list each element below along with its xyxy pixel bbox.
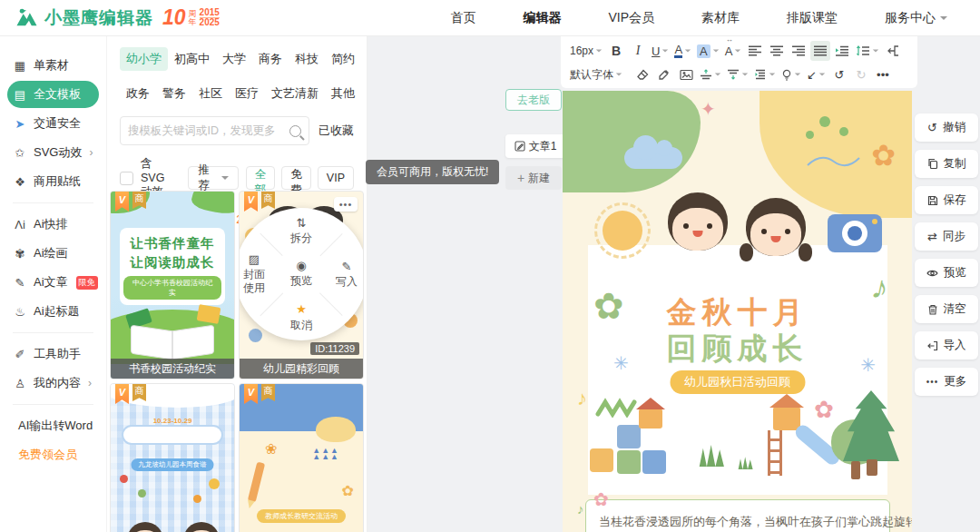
search-input[interactable] [128, 124, 289, 137]
category-tab[interactable]: 社区 [192, 82, 229, 105]
favorites-link[interactable]: 已收藏 [318, 123, 354, 139]
copy-action-button[interactable]: 复制 [915, 150, 978, 178]
align-right-button[interactable] [789, 41, 808, 61]
sidebar-item-ai-paint[interactable]: ✾Ai绘画 [7, 240, 99, 267]
chevron-down-icon [662, 49, 668, 52]
align-center-button[interactable] [767, 41, 787, 61]
sidebar-item-free-vip[interactable]: 免费领会员 [7, 441, 99, 468]
filter-chip[interactable]: 免费 [281, 166, 311, 190]
star-icon: ✩ [13, 146, 27, 160]
sidebar-item-my-content[interactable]: ♙我的内容› [7, 369, 99, 397]
filter-chip[interactable]: 全部 [246, 166, 276, 190]
font-color-dropdown[interactable]: A [672, 41, 693, 61]
tools-icon: ✐ [13, 348, 27, 361]
sidebar-item-svg-effects[interactable]: ✩SVG动效› [7, 139, 99, 166]
template-card-reading[interactable]: V 商 让书香伴童年 让阅读助成长 中心小学书香校园活动纪实 [110, 191, 235, 379]
font-size-dropdown[interactable]: 16px [568, 41, 604, 61]
template-card-kindergarten[interactable]: V 商 ••• ⇅拆分 ▨封面使用 ✎写入 [239, 191, 364, 379]
category-tab[interactable]: 科技 [289, 47, 325, 71]
undo-action-button[interactable]: ↺撤销 [915, 113, 978, 142]
nav-item[interactable]: 排版课堂 [787, 10, 838, 26]
underline-dropdown[interactable]: U [650, 41, 671, 61]
article-tab[interactable]: 文章1 [505, 134, 565, 158]
sidebar-item-ai-layout[interactable]: ΛiAi快排 [7, 211, 99, 238]
yellow-blob-decoration [316, 417, 356, 442]
girl-decoration [125, 522, 165, 532]
align-justify-button[interactable] [810, 41, 830, 61]
poster-subtitle-pill[interactable]: 幼儿园秋日活动回顾 [670, 370, 805, 394]
undo-button[interactable]: ↺ [829, 64, 849, 84]
chevron-down-icon [769, 73, 775, 75]
clear-format-button[interactable] [632, 64, 652, 84]
category-tab[interactable]: 大学 [216, 47, 252, 71]
nav-item[interactable]: 服务中心 [885, 10, 947, 26]
paragraph-spacing-dropdown[interactable] [752, 64, 778, 84]
menu-cancel-button[interactable]: ★取消 [290, 302, 312, 331]
margin-collapse-button[interactable] [883, 41, 903, 61]
category-tab[interactable]: 文艺清新 [265, 82, 325, 105]
category-tab[interactable]: 政务 [120, 82, 156, 105]
font-family-dropdown[interactable]: 默认字体 [568, 64, 624, 84]
filter-chip[interactable]: VIP [318, 166, 354, 190]
category-tab[interactable]: 医疗 [229, 82, 265, 105]
search-icon[interactable] [289, 125, 301, 137]
go-old-version-button[interactable]: 去老版 [505, 89, 562, 111]
menu-cover-use-button[interactable]: ▨封面使用 [243, 252, 265, 295]
category-tab[interactable]: 其他 [325, 82, 361, 105]
nav-item[interactable]: 素材库 [701, 10, 740, 26]
category-tab[interactable]: 商务 [252, 47, 289, 71]
category-tab[interactable]: 幼小学 [120, 47, 168, 71]
highlight-color-dropdown[interactable]: A [695, 41, 721, 61]
sidebar-item-ai-to-word[interactable]: AI输出转Word [7, 412, 99, 439]
new-article-button[interactable]: + 新建 [505, 166, 562, 190]
preview-action-button[interactable]: 预览 [915, 259, 978, 287]
align-left-button[interactable] [745, 41, 765, 61]
sync-action-button[interactable]: ⇄同步 [915, 222, 978, 251]
more-action-button[interactable]: •••更多 [915, 368, 978, 396]
poster-body-text[interactable]: 当桂花香浸透园所的每个角落，当枫叶在孩子们掌心跳起旋转 [599, 514, 885, 530]
category-tab[interactable]: 简约 [325, 47, 361, 71]
margin-bottom-dropdown[interactable] [725, 64, 750, 84]
sidebar-item-full-templates[interactable]: ▤全文模板 [7, 81, 99, 108]
format-painter-button[interactable] [654, 64, 674, 84]
sidebar-item-ai-title[interactable]: ♨Ai起标题 [7, 298, 99, 325]
category-tab[interactable]: 警务 [156, 82, 192, 105]
sidebar-item-stickers[interactable]: ❖商用贴纸 [7, 168, 99, 195]
menu-split-button[interactable]: ⇅拆分 [290, 216, 312, 245]
import-action-button[interactable]: 导入 [915, 331, 978, 360]
sidebar-item-traffic-safety[interactable]: ➤交通安全 [7, 110, 99, 137]
nav-item[interactable]: 首页 [450, 10, 475, 26]
girl-face-decoration [746, 198, 806, 256]
insert-position-dropdown[interactable]: ↙ [805, 64, 828, 84]
card-more-button[interactable]: ••• [334, 197, 358, 212]
indent-button[interactable] [832, 41, 852, 61]
svg-effect-checkbox[interactable] [120, 172, 133, 185]
sidebar-item-tools[interactable]: ✐工具助手 [7, 340, 99, 368]
margin-top-dropdown[interactable] [698, 64, 723, 84]
redo-button[interactable]: ↻ [851, 64, 871, 84]
green-flower-icon: ✿ [593, 285, 624, 327]
sidebar-item-single-asset[interactable]: ▦单素材 [7, 52, 99, 79]
sidebar-item-ai-article[interactable]: ✎Ai文章限免 [7, 269, 99, 296]
save-action-button[interactable]: 保存 [915, 186, 978, 214]
editor-canvas[interactable]: ✦ ✿ 金秋十月 回顾成长 幼儿园秋日活动回顾 ✿ ✳ [563, 91, 912, 532]
clear-action-button[interactable]: 清空 [915, 295, 978, 323]
italic-button[interactable]: I [628, 41, 648, 61]
nav-item[interactable]: VIP会员 [608, 10, 654, 26]
sort-dropdown[interactable]: 推荐 [188, 166, 239, 190]
commercial-ribbon-icon: 商 [261, 192, 275, 209]
template-card-menu[interactable]: V 商 10.23-10.29 九龙坡幼儿园本周食谱 [110, 383, 235, 532]
menu-preview-button[interactable]: ◉预览 [275, 248, 328, 300]
insert-image-button[interactable] [676, 64, 696, 84]
template-card-teaching[interactable]: V 商 ▲▲▲▲▲▲ ❀ ✿ 教师成长教研交流活动 [239, 383, 364, 532]
nav-item[interactable]: 编辑器 [523, 10, 561, 26]
smart-tools-dropdown[interactable] [779, 64, 803, 84]
line-height-dropdown[interactable] [854, 41, 881, 61]
app-logo[interactable]: 小墨鹰编辑器 [15, 6, 153, 30]
category-tab[interactable]: 初高中 [168, 47, 216, 71]
bold-button[interactable]: B [606, 41, 626, 61]
toolbar-more-button[interactable]: ••• [873, 64, 893, 84]
letter-spacing-dropdown[interactable]: ↔A [723, 41, 744, 61]
menu-write-in-button[interactable]: ✎写入 [336, 260, 358, 289]
app-title: 小墨鹰编辑器 [44, 6, 153, 30]
